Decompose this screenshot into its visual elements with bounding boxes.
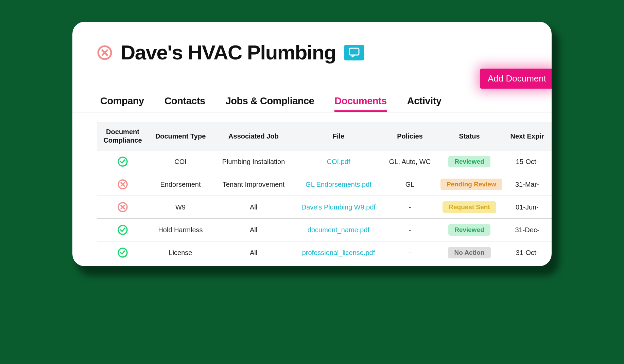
cell-expiry: 31-Dec- bbox=[502, 219, 552, 241]
cell-status: Reviewed bbox=[437, 219, 502, 241]
cell-status: No Action bbox=[437, 241, 502, 264]
col-policies: Policies bbox=[383, 122, 437, 150]
status-badge: Reviewed bbox=[448, 156, 490, 167]
cell-type: License bbox=[148, 241, 213, 264]
col-file: File bbox=[294, 122, 383, 150]
tab-activity[interactable]: Activity bbox=[407, 95, 441, 112]
check-circle-icon bbox=[97, 219, 148, 241]
status-badge: Request Sent bbox=[443, 201, 496, 213]
cell-policies: - bbox=[383, 196, 437, 219]
close-icon[interactable] bbox=[97, 45, 112, 60]
table-row[interactable]: Hold HarmlessAlldocument_name.pdf-Review… bbox=[97, 219, 552, 241]
table-row[interactable]: LicenseAllprofessional_license.pdf-No Ac… bbox=[97, 241, 552, 264]
cell-job: Tenant Improvement bbox=[213, 173, 294, 196]
chat-icon bbox=[349, 48, 360, 58]
col-compliance: Document Compliance bbox=[97, 122, 148, 150]
x-circle-icon bbox=[97, 196, 148, 219]
tab-company[interactable]: Company bbox=[100, 95, 144, 112]
cell-file: GL Endorsements.pdf bbox=[294, 173, 383, 196]
col-job: Associated Job bbox=[213, 122, 294, 150]
cell-expiry: 31-Mar- bbox=[502, 173, 552, 196]
documents-table: Document Compliance Document Type Associ… bbox=[97, 122, 552, 264]
col-status: Status bbox=[437, 122, 502, 150]
status-badge: No Action bbox=[448, 247, 490, 258]
file-link[interactable]: GL Endorsements.pdf bbox=[306, 181, 371, 188]
cell-policies: GL bbox=[383, 173, 437, 196]
header: Dave's HVAC Plumbing bbox=[72, 22, 552, 64]
tabs: Company Contacts Jobs & Compliance Docum… bbox=[72, 64, 552, 112]
cell-policies: - bbox=[383, 219, 437, 241]
cell-job: Plumbing Installation bbox=[213, 150, 294, 173]
cell-status: Reviewed bbox=[437, 150, 502, 173]
file-link[interactable]: document_name.pdf bbox=[308, 226, 369, 234]
file-link[interactable]: Dave's Plumbing W9.pdf bbox=[301, 203, 376, 211]
tab-documents[interactable]: Documents bbox=[334, 95, 386, 112]
col-expiry: Next Expir bbox=[502, 122, 552, 150]
page-title: Dave's HVAC Plumbing bbox=[121, 41, 336, 64]
table-header-row: Document Compliance Document Type Associ… bbox=[97, 122, 552, 150]
x-circle-icon bbox=[97, 173, 148, 196]
file-link[interactable]: COI.pdf bbox=[327, 158, 350, 165]
file-link[interactable]: professional_license.pdf bbox=[302, 249, 375, 256]
tab-contacts[interactable]: Contacts bbox=[164, 95, 205, 112]
chat-button[interactable] bbox=[344, 45, 364, 60]
table-row[interactable]: EndorsementTenant ImprovementGL Endorsem… bbox=[97, 173, 552, 196]
vendor-card: Dave's HVAC Plumbing Add Document Compan… bbox=[72, 22, 552, 266]
cell-type: W9 bbox=[148, 196, 213, 219]
cell-status: Pending Review bbox=[437, 173, 502, 196]
cell-expiry: 01-Jun- bbox=[502, 196, 552, 219]
cell-job: All bbox=[213, 196, 294, 219]
check-circle-icon bbox=[97, 241, 148, 264]
cell-type: Endorsement bbox=[148, 173, 213, 196]
cell-type: COI bbox=[148, 150, 213, 173]
cell-file: Dave's Plumbing W9.pdf bbox=[294, 196, 383, 219]
tab-jobs[interactable]: Jobs & Compliance bbox=[226, 95, 314, 112]
cell-file: professional_license.pdf bbox=[294, 241, 383, 264]
check-circle-icon bbox=[97, 150, 148, 173]
svg-rect-1 bbox=[349, 48, 359, 55]
cell-file: COI.pdf bbox=[294, 150, 383, 173]
cell-job: All bbox=[213, 219, 294, 241]
table-row[interactable]: W9AllDave's Plumbing W9.pdf-Request Sent… bbox=[97, 196, 552, 219]
cell-file: document_name.pdf bbox=[294, 219, 383, 241]
cell-job: All bbox=[213, 241, 294, 264]
status-badge: Pending Review bbox=[440, 179, 502, 190]
cell-expiry: 15-Oct- bbox=[502, 150, 552, 173]
add-document-button[interactable]: Add Document bbox=[480, 69, 552, 89]
cell-policies: - bbox=[383, 241, 437, 264]
cell-status: Request Sent bbox=[437, 196, 502, 219]
cell-policies: GL, Auto, WC bbox=[383, 150, 437, 173]
status-badge: Reviewed bbox=[448, 224, 490, 236]
col-type: Document Type bbox=[148, 122, 213, 150]
table-row[interactable]: COIPlumbing InstallationCOI.pdfGL, Auto,… bbox=[97, 150, 552, 173]
cell-expiry: 31-Oct- bbox=[502, 241, 552, 264]
cell-type: Hold Harmless bbox=[148, 219, 213, 241]
